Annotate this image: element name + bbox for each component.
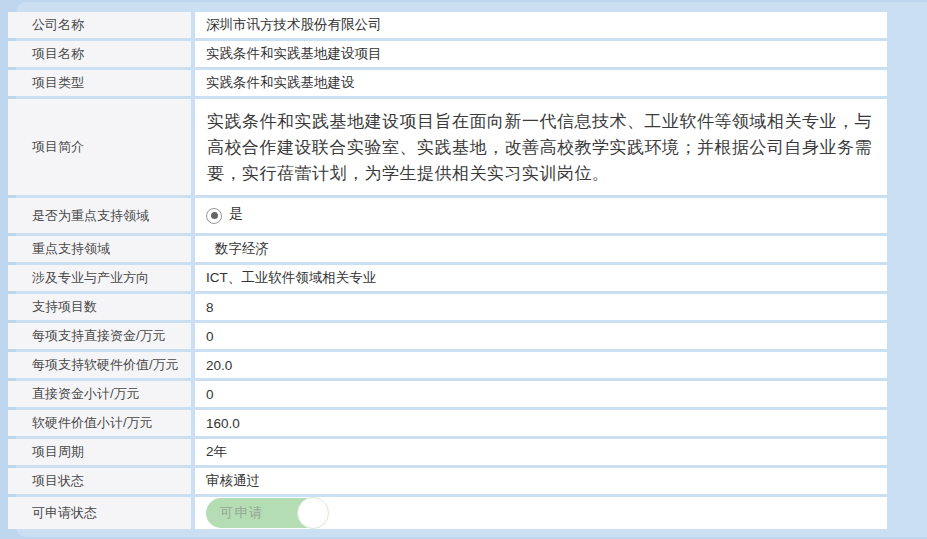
toggle-label: 可申请 [220,504,264,522]
field-value: 深圳市讯方技术股份有限公司 [195,12,887,38]
field-value: 可申请 [195,497,887,529]
field-value: 2年 [195,439,887,465]
field-value: 实践条件和实践基地建设项目 [195,41,887,67]
field-value: 审核通过 [195,468,887,494]
project-description-text: 实践条件和实践基地建设项目旨在面向新一代信息技术、工业软件等领域相关专业，与高校… [206,104,887,190]
field-label: 项目状态 [8,468,191,494]
row-direct-fund-subtotal: 直接资金小计/万元 0 [8,381,887,407]
radio-yes-selected[interactable] [206,208,222,224]
row-project-duration: 项目周期 2年 [8,439,887,465]
row-hw-sw-value-per-project: 每项支持软硬件价值/万元 20.0 [8,352,887,378]
field-value: 0 [195,381,887,407]
row-company-name: 公司名称 深圳市讯方技术股份有限公司 [8,12,887,38]
row-direct-fund-per-project: 每项支持直接资金/万元 0 [8,323,887,349]
field-label: 重点支持领域 [8,236,191,262]
field-label: 项目名称 [8,41,191,67]
row-project-status: 项目状态 审核通过 [8,468,887,494]
field-label: 直接资金小计/万元 [8,381,191,407]
field-value: 160.0 [195,410,887,436]
field-label: 涉及专业与产业方向 [8,265,191,291]
field-label: 项目类型 [8,70,191,96]
field-label: 项目周期 [8,439,191,465]
row-project-description: 项目简介 实践条件和实践基地建设项目旨在面向新一代信息技术、工业软件等领域相关专… [8,99,887,195]
field-value: 8 [195,294,887,320]
field-value: 是 [195,198,887,233]
field-value: 实践条件和实践基地建设 [195,70,887,96]
field-value: 实践条件和实践基地建设项目旨在面向新一代信息技术、工业软件等领域相关专业，与高校… [195,99,887,195]
row-key-support-area: 重点支持领域 数字经济 [8,236,887,262]
row-project-type: 项目类型 实践条件和实践基地建设 [8,70,887,96]
row-related-majors: 涉及专业与产业方向 ICT、工业软件领域相关专业 [8,265,887,291]
field-value: 数字经济 [195,236,887,262]
radio-group: 是 [206,207,243,225]
field-value: 0 [195,323,887,349]
field-value: 20.0 [195,352,887,378]
field-label: 软硬件价值小计/万元 [8,410,191,436]
field-label: 公司名称 [8,12,191,38]
project-detail-form: 公司名称 深圳市讯方技术股份有限公司 项目名称 实践条件和实践基地建设项目 项目… [8,12,887,529]
field-label: 每项支持软硬件价值/万元 [8,352,191,378]
row-project-name: 项目名称 实践条件和实践基地建设项目 [8,41,887,67]
row-apply-status: 可申请状态 可申请 [8,497,887,529]
field-value: ICT、工业软件领域相关专业 [195,265,887,291]
field-label: 可申请状态 [8,497,191,529]
field-label: 每项支持直接资金/万元 [8,323,191,349]
field-label: 项目简介 [8,99,191,195]
apply-status-toggle[interactable]: 可申请 [206,498,328,528]
row-supported-project-count: 支持项目数 8 [8,294,887,320]
radio-label: 是 [229,205,243,223]
radio-dot-icon [211,212,218,219]
field-label: 是否为重点支持领域 [8,198,191,233]
row-hw-sw-value-subtotal: 软硬件价值小计/万元 160.0 [8,410,887,436]
toggle-knob[interactable] [297,497,329,529]
row-key-support-flag: 是否为重点支持领域 是 [8,198,887,233]
field-label: 支持项目数 [8,294,191,320]
